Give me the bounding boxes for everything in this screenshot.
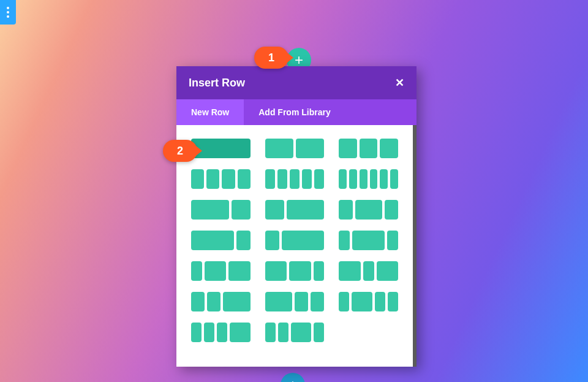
layout-column [265,200,284,220]
layout-column [191,200,229,220]
close-icon: ✕ [395,77,404,89]
layout-column [222,169,235,189]
row-layout-option-17[interactable] [265,292,325,311]
layout-column [352,292,372,311]
row-layout-option-8[interactable] [265,200,325,220]
layout-column [295,292,308,311]
layout-column [217,323,227,342]
layout-column [230,323,251,342]
layout-column [191,231,234,250]
layout-column [380,169,388,189]
row-layout-option-19[interactable] [191,323,251,342]
callout-step-2-label: 2 [177,145,183,158]
page-background: + 1 2 Insert Row ✕ New Row Add From Libr… [0,0,588,382]
callout-step-1-label: 1 [268,52,274,64]
layout-column [265,169,275,189]
row-layout-option-3[interactable] [339,139,398,158]
callout-step-1: 1 [254,47,288,69]
row-layout-option-16[interactable] [191,292,251,311]
modal-tabs: New Row Add From Library [176,99,417,125]
layout-column [360,139,378,158]
layout-column [339,169,347,189]
layout-column [228,261,250,281]
layout-column [223,292,250,311]
layout-column [314,169,324,189]
row-layout-option-6[interactable] [339,169,398,189]
layout-column [278,323,288,342]
layout-column [191,261,202,281]
layout-column [388,292,398,311]
layout-column [265,292,292,311]
tab-new-row[interactable]: New Row [176,99,244,125]
tab-add-from-library[interactable]: Add From Library [244,99,345,125]
layout-column [302,169,312,189]
plus-icon: + [288,376,297,382]
vertical-dots-icon [7,7,9,18]
layout-column [290,169,300,189]
layout-column [207,292,221,311]
layout-column [311,292,324,311]
row-layout-option-13[interactable] [191,261,251,281]
layout-column [236,231,251,250]
insert-row-modal: Insert Row ✕ New Row Add From Library [176,66,417,367]
layout-column [385,200,398,220]
row-layout-option-2[interactable] [265,139,325,158]
layout-column [370,169,378,189]
row-layout-option-15[interactable] [339,261,398,281]
layout-column [339,231,350,250]
close-button[interactable]: ✕ [395,77,404,88]
layout-column [339,261,360,281]
layout-column [314,323,324,342]
row-layout-option-4[interactable] [191,169,251,189]
layout-column [390,169,398,189]
layout-column [265,139,293,158]
layout-column [339,200,352,220]
layout-column [314,261,325,281]
row-layout-option-5[interactable] [265,169,325,189]
row-layout-option-11[interactable] [265,231,325,250]
layout-column [291,323,312,342]
row-layout-option-14[interactable] [265,261,325,281]
row-layout-option-20[interactable] [265,323,325,342]
layout-column [277,169,287,189]
layout-column [289,261,311,281]
layout-column [282,231,325,250]
layout-column [355,200,382,220]
layout-column [265,323,276,342]
row-layout-grid [176,125,417,367]
row-layout-option-7[interactable] [191,200,251,220]
add-section-button-bottom[interactable]: + [281,373,305,382]
layout-column [352,231,385,250]
layout-column [377,261,398,281]
layout-column [387,231,398,250]
modal-title: Insert Row [189,77,245,90]
row-layout-option-12[interactable] [339,231,398,250]
layout-column [238,169,251,189]
row-layout-option-18[interactable] [339,292,398,311]
layout-column [287,200,325,220]
layout-column [349,169,357,189]
layout-column [191,169,204,189]
layout-column [265,231,279,250]
layout-column [191,323,202,342]
layout-column [375,292,385,311]
layout-column [232,200,251,220]
layout-column [206,169,219,189]
layout-column [360,169,368,189]
row-layout-option-10[interactable] [191,231,251,250]
layout-column [205,261,226,281]
modal-header: Insert Row ✕ [176,66,417,99]
layout-column [191,292,205,311]
layout-column [380,139,398,158]
layout-column [339,139,357,158]
layout-column [363,261,374,281]
layout-column [204,323,214,342]
layout-column [296,139,324,158]
row-layout-option-9[interactable] [339,200,398,220]
callout-step-2: 2 [163,140,197,162]
layout-column [265,261,287,281]
settings-fab[interactable] [0,0,16,25]
layout-column [339,292,349,311]
